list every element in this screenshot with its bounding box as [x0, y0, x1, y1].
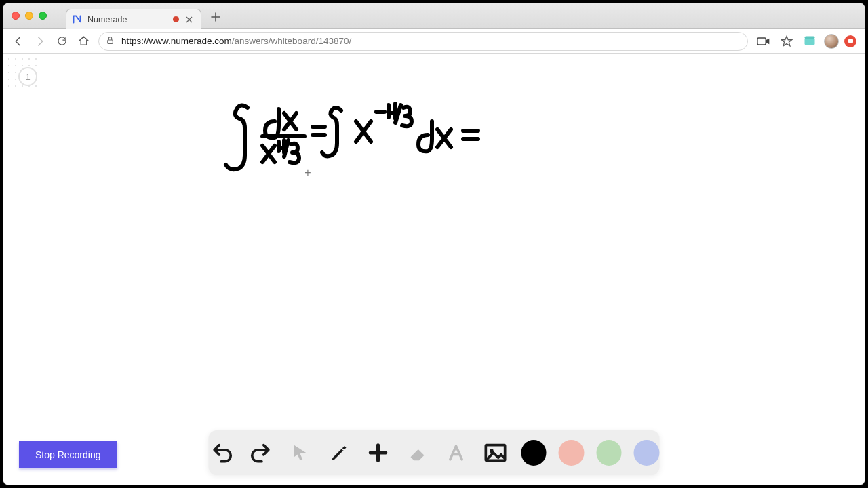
bookmark-star-button[interactable]	[778, 33, 795, 50]
stop-recording-button[interactable]: Stop Recording	[19, 441, 117, 468]
color-green[interactable]	[596, 440, 622, 466]
extension-teal-icon[interactable]	[801, 33, 818, 50]
tab-numerade[interactable]: Numerade	[66, 9, 201, 29]
home-button[interactable]	[74, 32, 93, 51]
color-blue[interactable]	[634, 440, 660, 466]
toolbar-right	[755, 33, 859, 50]
titlebar: Numerade	[3, 3, 865, 29]
svg-rect-0	[108, 39, 113, 43]
url-text: https://www.numerade.com/answers/whitebo…	[121, 36, 351, 46]
tab-title: Numerade	[87, 15, 167, 24]
recording-indicator-icon	[173, 16, 179, 22]
whiteboard-area[interactable]: 1	[3, 54, 865, 485]
lock-icon	[106, 36, 115, 47]
extension-red-icon[interactable]	[844, 35, 856, 47]
color-black[interactable]	[521, 440, 547, 466]
navbar: https://www.numerade.com/answers/whitebo…	[3, 29, 865, 54]
reload-button[interactable]	[52, 32, 71, 51]
undo-button[interactable]	[209, 439, 236, 466]
redo-button[interactable]	[248, 439, 275, 466]
image-tool[interactable]	[482, 439, 509, 466]
forward-button[interactable]	[31, 32, 50, 51]
whiteboard-toolbar	[209, 430, 660, 475]
eraser-tool[interactable]	[403, 439, 431, 466]
camera-recording-icon[interactable]	[755, 33, 772, 50]
text-tool[interactable]	[443, 439, 470, 466]
maximize-window-button[interactable]	[39, 12, 47, 20]
profile-avatar[interactable]	[824, 34, 839, 49]
stop-recording-label: Stop Recording	[35, 449, 101, 460]
tab-strip: Numerade	[66, 3, 224, 28]
browser-window: Numerade	[3, 3, 865, 485]
numerade-favicon-icon	[72, 14, 82, 24]
pencil-tool[interactable]	[326, 439, 353, 466]
minimize-window-button[interactable]	[25, 12, 33, 20]
url-host: https://www.numerade.com	[121, 36, 232, 46]
color-red[interactable]	[559, 440, 585, 466]
handwriting-canvas	[3, 54, 546, 230]
close-window-button[interactable]	[12, 12, 20, 20]
svg-rect-1	[757, 38, 766, 45]
pointer-tool[interactable]	[287, 439, 314, 466]
address-bar[interactable]: https://www.numerade.com/answers/whitebo…	[98, 32, 748, 51]
new-tab-button[interactable]	[207, 8, 224, 26]
url-path: /answers/whiteboard/143870/	[232, 36, 351, 46]
close-tab-button[interactable]	[184, 15, 194, 24]
add-tool[interactable]	[365, 439, 392, 466]
back-button[interactable]	[9, 32, 28, 51]
window-controls	[3, 3, 47, 20]
svg-rect-3	[805, 36, 815, 39]
